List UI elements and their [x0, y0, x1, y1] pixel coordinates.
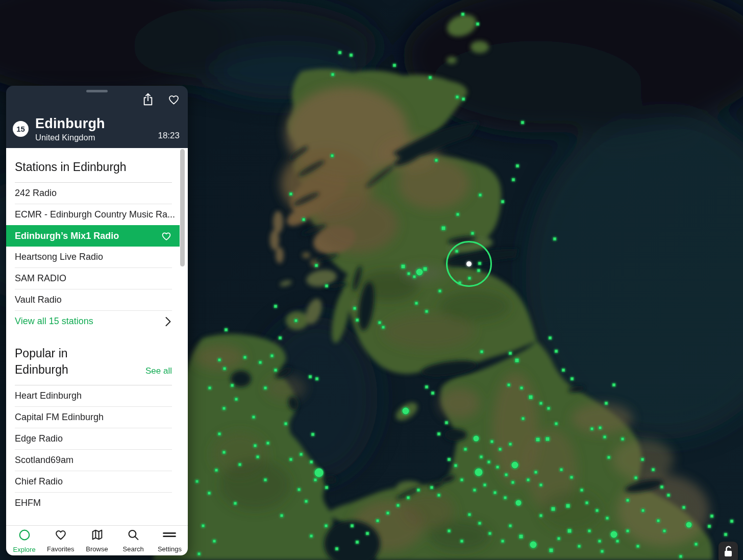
- station-map-dot[interactable]: [570, 476, 574, 479]
- station-map-dot[interactable]: [695, 543, 698, 546]
- station-map-dot[interactable]: [382, 326, 385, 329]
- station-row[interactable]: SAM RADIO: [6, 268, 180, 289]
- popular-station-row[interactable]: EHFM: [6, 493, 180, 514]
- station-map-dot[interactable]: [353, 307, 357, 310]
- station-map-dot[interactable]: [509, 352, 512, 355]
- station-map-dot[interactable]: [378, 321, 382, 325]
- station-map-dot[interactable]: [516, 164, 519, 168]
- station-map-dot[interactable]: [195, 480, 199, 483]
- station-map-dot[interactable]: [231, 384, 234, 387]
- station-row[interactable]: Heartsong Live Radio: [6, 247, 180, 267]
- station-map-dot[interactable]: [496, 466, 500, 469]
- station-map-dot[interactable]: [636, 545, 640, 548]
- nav-item-search[interactable]: Search: [115, 526, 152, 555]
- view-all-stations-link[interactable]: View all 15 stations: [6, 311, 180, 332]
- station-map-dot[interactable]: [511, 461, 519, 469]
- station-map-dot[interactable]: [325, 486, 329, 490]
- station-map-dot[interactable]: [530, 541, 537, 549]
- station-map-dot[interactable]: [610, 531, 618, 539]
- station-map-dot[interactable]: [663, 529, 666, 533]
- station-map-dot[interactable]: [407, 272, 411, 276]
- station-map-dot[interactable]: [448, 529, 451, 533]
- station-map-dot[interactable]: [429, 76, 432, 80]
- station-map-dot[interactable]: [464, 448, 467, 451]
- station-map-dot[interactable]: [641, 509, 645, 513]
- station-map-dot[interactable]: [509, 524, 512, 528]
- station-map-dot[interactable]: [603, 435, 607, 439]
- station-map-dot[interactable]: [507, 383, 511, 387]
- nav-item-settings[interactable]: Settings: [152, 526, 188, 555]
- station-map-dot[interactable]: [350, 54, 353, 57]
- station-map-dot[interactable]: [407, 496, 410, 500]
- station-map-dot[interactable]: [547, 407, 551, 410]
- station-map-dot[interactable]: [305, 500, 308, 503]
- station-map-dot[interactable]: [590, 427, 594, 431]
- station-map-dot[interactable]: [588, 529, 591, 533]
- station-map-dot[interactable]: [578, 545, 581, 548]
- station-map-dot[interactable]: [376, 519, 380, 523]
- share-icon[interactable]: [141, 92, 155, 107]
- favorite-station-heart-icon[interactable]: [161, 231, 172, 241]
- station-map-dot[interactable]: [225, 328, 228, 332]
- station-map-dot[interactable]: [315, 377, 319, 381]
- drag-handle[interactable]: [86, 90, 108, 92]
- station-map-dot[interactable]: [310, 460, 313, 464]
- station-map-dot[interactable]: [197, 552, 201, 556]
- station-map-dot[interactable]: [536, 437, 540, 442]
- station-map-dot[interactable]: [515, 358, 519, 363]
- station-map-dot[interactable]: [724, 533, 728, 537]
- station-map-dot[interactable]: [325, 524, 328, 528]
- station-map-dot[interactable]: [425, 385, 429, 389]
- station-map-dot[interactable]: [456, 95, 459, 99]
- station-map-dot[interactable]: [356, 541, 359, 544]
- station-map-dot[interactable]: [462, 98, 465, 101]
- station-map-dot[interactable]: [402, 407, 410, 415]
- popular-station-row[interactable]: Capital FM Edinburgh: [6, 407, 180, 428]
- station-map-dot[interactable]: [520, 386, 524, 390]
- station-map-dot[interactable]: [356, 319, 359, 322]
- station-map-dot[interactable]: [208, 492, 211, 495]
- station-map-dot[interactable]: [222, 451, 226, 454]
- station-map-dot[interactable]: [331, 154, 334, 158]
- station-map-dot[interactable]: [456, 213, 460, 216]
- station-map-dot[interactable]: [682, 506, 686, 509]
- station-map-dot[interactable]: [501, 200, 505, 204]
- station-map-dot[interactable]: [539, 402, 543, 405]
- station-map-dot[interactable]: [599, 426, 602, 430]
- station-map-dot[interactable]: [460, 478, 464, 482]
- station-map-dot[interactable]: [512, 178, 515, 182]
- station-map-dot[interactable]: [478, 522, 482, 525]
- station-map-dot[interactable]: [202, 524, 205, 528]
- station-map-dot[interactable]: [504, 496, 507, 500]
- station-map-dot[interactable]: [461, 13, 465, 16]
- station-map-dot[interactable]: [488, 532, 492, 535]
- nav-item-explore[interactable]: Explore: [6, 526, 42, 555]
- station-map-dot[interactable]: [397, 504, 400, 507]
- station-map-dot[interactable]: [555, 350, 558, 353]
- station-map-dot[interactable]: [335, 547, 339, 551]
- station-map-dot[interactable]: [601, 550, 604, 553]
- station-map-dot[interactable]: [314, 468, 324, 478]
- station-row[interactable]: ECMR - Edinburgh Country Music Ra...: [6, 204, 180, 225]
- station-map-dot[interactable]: [657, 519, 660, 523]
- station-map-dot[interactable]: [634, 476, 638, 480]
- favorite-city-heart-icon[interactable]: [167, 93, 180, 106]
- station-map-dot[interactable]: [730, 520, 734, 523]
- station-map-dot[interactable]: [264, 386, 267, 390]
- nav-item-favorites[interactable]: Favorites: [42, 526, 79, 555]
- station-map-dot[interactable]: [621, 437, 625, 441]
- station-map-dot[interactable]: [270, 354, 274, 358]
- station-map-dot[interactable]: [310, 534, 313, 538]
- station-map-dot[interactable]: [539, 483, 543, 487]
- station-map-dot[interactable]: [437, 494, 441, 497]
- station-map-dot[interactable]: [252, 416, 256, 419]
- station-map-dot[interactable]: [438, 289, 442, 293]
- station-map-dot[interactable]: [475, 468, 483, 477]
- station-map-dot[interactable]: [560, 468, 563, 472]
- station-map-dot[interactable]: [596, 509, 599, 513]
- station-map-dot[interactable]: [476, 22, 480, 26]
- station-map-dot[interactable]: [314, 478, 317, 482]
- station-map-dot[interactable]: [493, 491, 497, 495]
- station-map-dot[interactable]: [289, 458, 293, 461]
- station-map-dot[interactable]: [460, 540, 464, 543]
